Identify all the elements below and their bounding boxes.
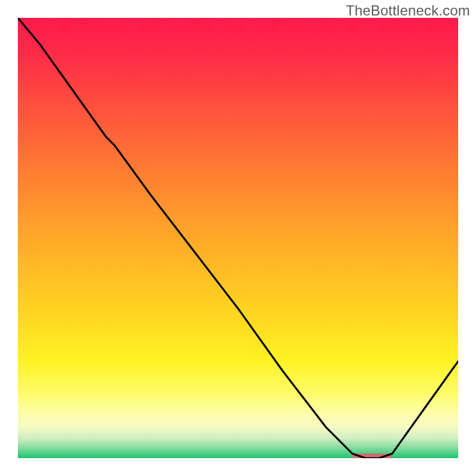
- attribution-text: TheBottleneck.com: [346, 2, 470, 19]
- chart-container: [18, 18, 458, 458]
- chart-background: [18, 18, 458, 458]
- bottleneck-chart: [18, 18, 458, 458]
